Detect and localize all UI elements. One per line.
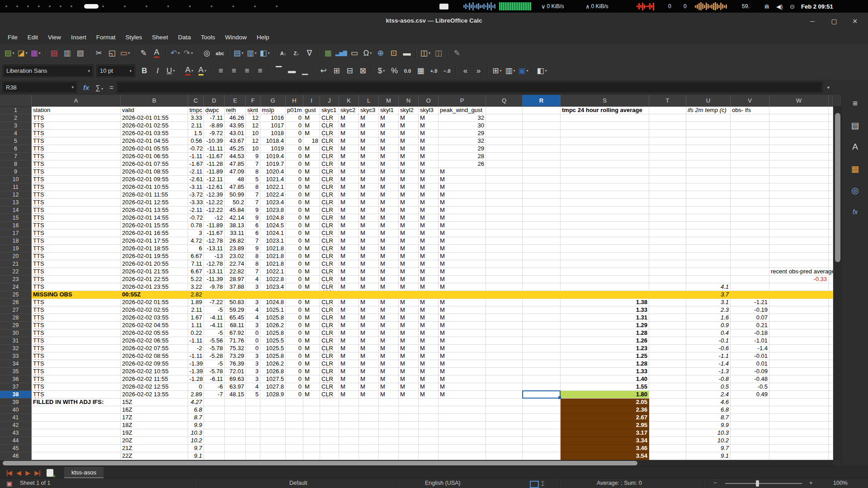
cell-D16[interactable]: -11.89 — [204, 222, 225, 230]
cell-F25[interactable] — [246, 291, 260, 299]
cell-Q40[interactable] — [486, 406, 523, 414]
cell-N22[interactable]: M — [399, 268, 419, 276]
cell-E44[interactable] — [225, 437, 246, 445]
cell-F29[interactable]: 3 — [246, 322, 260, 329]
row-header-27[interactable]: 27 — [0, 306, 32, 314]
merge-and-center-cells-button[interactable]: ⊞ — [330, 65, 343, 77]
cell-G40[interactable] — [260, 406, 286, 414]
cell-E32[interactable]: 75.32 — [225, 345, 246, 352]
cell-H33[interactable]: 0 — [286, 352, 303, 360]
cell-V3[interactable] — [731, 122, 769, 130]
cell-H14[interactable]: 0 — [286, 206, 303, 214]
cell-S5[interactable] — [561, 137, 649, 145]
cell-R17[interactable] — [523, 230, 561, 237]
cell-G32[interactable]: 1025.5 — [260, 345, 286, 352]
cell-H40[interactable] — [286, 406, 303, 414]
cell-O12[interactable]: M — [419, 191, 439, 199]
cell-P2[interactable]: 32 — [439, 114, 486, 122]
cell-B2[interactable]: 2026-02-01 01:55 — [121, 114, 188, 122]
cell-G28[interactable]: 1025.8 — [260, 314, 286, 322]
cell-V14[interactable] — [731, 206, 769, 214]
cell-B4[interactable]: 2026-02-01 03:55 — [121, 130, 188, 137]
sidebar-styles-icon[interactable]: A — [849, 141, 862, 153]
cell-V45[interactable] — [731, 445, 769, 452]
cell-N42[interactable] — [399, 422, 419, 429]
decrease-indent-button[interactable]: « — [459, 65, 472, 77]
cell-T30[interactable] — [649, 329, 686, 337]
cell-L28[interactable]: M — [359, 314, 379, 322]
cell-I26[interactable]: M — [303, 299, 320, 306]
cell-N21[interactable]: M — [399, 260, 419, 268]
row-header-34[interactable]: 34 — [0, 360, 32, 368]
cell-K43[interactable] — [339, 429, 359, 437]
cell-O30[interactable]: M — [419, 329, 439, 337]
cell-F36[interactable]: 3 — [246, 375, 260, 383]
cell-O8[interactable]: M — [419, 160, 439, 168]
cell-V43[interactable] — [731, 429, 769, 437]
cell-F18[interactable]: 7 — [246, 237, 260, 245]
cell-H6[interactable]: 0 — [286, 145, 303, 153]
cell-U32[interactable]: -0.6 — [686, 345, 731, 352]
cell-T24[interactable] — [649, 283, 686, 291]
cell-H8[interactable]: 0 — [286, 160, 303, 168]
cell-F45[interactable] — [246, 445, 260, 452]
cell-S31[interactable]: 1.26 — [561, 337, 649, 345]
cell-A21[interactable]: TTS — [32, 260, 121, 268]
clear-formatting-button[interactable]: A — [150, 47, 163, 60]
cell-X37[interactable] — [829, 383, 833, 391]
cell-W31[interactable] — [769, 337, 829, 345]
row-header-32[interactable]: 32 — [0, 345, 32, 352]
cell-Q30[interactable] — [486, 329, 523, 337]
menu-data[interactable]: Data — [173, 32, 196, 42]
cell-Q41[interactable] — [486, 414, 523, 422]
cell-G31[interactable]: 1025.5 — [260, 337, 286, 345]
cell-K25[interactable] — [339, 291, 359, 299]
cell-G8[interactable]: 1019.7 — [260, 160, 286, 168]
cell-X36[interactable] — [829, 375, 833, 383]
cell-W39[interactable] — [769, 399, 829, 406]
cell-J11[interactable]: CLR — [320, 183, 339, 191]
cell-I35[interactable]: M — [303, 368, 320, 375]
cell-Q26[interactable] — [486, 299, 523, 306]
cell-D35[interactable]: -5.78 — [204, 368, 225, 375]
cell-B11[interactable]: 2026-02-01 10:55 — [121, 183, 188, 191]
cell-L20[interactable]: M — [359, 253, 379, 260]
cell-E18[interactable]: 26.82 — [225, 237, 246, 245]
cell-S2[interactable] — [561, 114, 649, 122]
cell-N34[interactable]: M — [399, 360, 419, 368]
cell-N31[interactable]: M — [399, 337, 419, 345]
cell-J39[interactable] — [320, 399, 339, 406]
cell-X18[interactable] — [829, 237, 833, 245]
cell-C12[interactable]: -3.72 — [188, 191, 204, 199]
cell-I3[interactable]: M — [303, 122, 320, 130]
cell-T19[interactable] — [649, 245, 686, 253]
format-as-currency-button[interactable]: $▾ — [375, 65, 388, 77]
cell-M13[interactable]: M — [379, 199, 399, 206]
cell-A30[interactable]: TTS — [32, 329, 121, 337]
menu-tools[interactable]: Tools — [196, 32, 220, 42]
cell-D3[interactable]: -8.89 — [204, 122, 225, 130]
row-header-8[interactable]: 8 — [0, 160, 32, 168]
cell-D38[interactable]: -7 — [204, 391, 225, 399]
cell-H15[interactable]: 0 — [286, 214, 303, 222]
row-header-36[interactable]: 36 — [0, 375, 32, 383]
cell-H37[interactable]: 0 — [286, 383, 303, 391]
cell-W44[interactable] — [769, 437, 829, 445]
cell-M12[interactable]: M — [379, 191, 399, 199]
cell-I25[interactable] — [303, 291, 320, 299]
cell-M24[interactable]: M — [379, 283, 399, 291]
cell-L41[interactable] — [359, 414, 379, 422]
cell-U35[interactable]: -1.3 — [686, 368, 731, 375]
cell-T9[interactable] — [649, 168, 686, 176]
cell-B26[interactable]: 2026-02-02 01:55 — [121, 299, 188, 306]
cell-H31[interactable]: 0 — [286, 337, 303, 345]
cell-D31[interactable]: -5.56 — [204, 337, 225, 345]
cell-N43[interactable] — [399, 429, 419, 437]
cell-K13[interactable]: M — [339, 199, 359, 206]
cell-N25[interactable] — [399, 291, 419, 299]
cell-P40[interactable] — [439, 406, 486, 414]
cell-R1[interactable] — [523, 107, 561, 114]
cell-X12[interactable] — [829, 191, 833, 199]
cell-G37[interactable]: 1027.8 — [260, 383, 286, 391]
cell-N10[interactable]: M — [399, 176, 419, 183]
